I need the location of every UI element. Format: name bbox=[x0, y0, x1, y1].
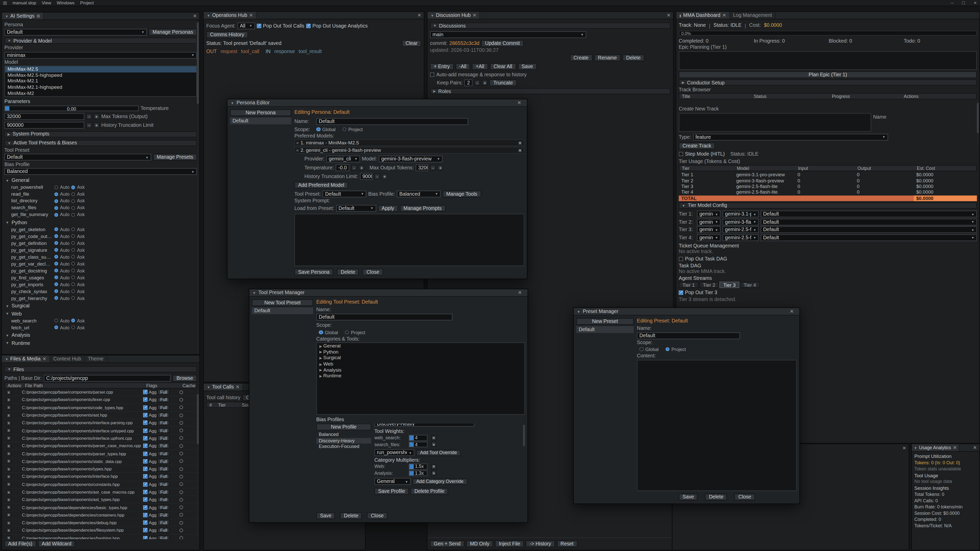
remove-file-button[interactable]: x bbox=[6, 451, 11, 456]
auto-add-checkbox[interactable] bbox=[430, 72, 434, 76]
step-mode-checkbox[interactable] bbox=[679, 151, 683, 156]
tier-model-select[interactable]: gemini-2.5-flash▼ bbox=[722, 234, 759, 241]
tool-ask-radio[interactable] bbox=[72, 235, 75, 238]
history-limit-input[interactable]: 900000 bbox=[4, 122, 84, 129]
keep-pairs-input[interactable]: 2 bbox=[465, 79, 473, 86]
preset-manager-titlebar[interactable]: ▼ Preset Manager ✕ bbox=[574, 308, 799, 315]
persona-editor-titlebar[interactable]: ▼ Persona Editor ✕ bbox=[228, 99, 527, 106]
category-item[interactable]: ▶Surgical bbox=[317, 355, 525, 361]
persona-editor-close-icon[interactable]: ✕ bbox=[517, 100, 521, 105]
agg-checkbox[interactable] bbox=[143, 398, 148, 402]
tab-log-management[interactable]: Log Management bbox=[730, 12, 776, 19]
minus-icon[interactable]: - bbox=[374, 173, 380, 179]
full-button[interactable]: Full bbox=[158, 528, 169, 533]
preset-name-input[interactable]: Default bbox=[637, 332, 740, 339]
epic-planning-input[interactable] bbox=[679, 51, 977, 70]
model-option[interactable]: MiniMax-M2 bbox=[5, 90, 196, 96]
remove-file-button[interactable]: x bbox=[6, 466, 11, 472]
plus-icon[interactable]: + bbox=[382, 173, 387, 179]
full-button[interactable]: Full bbox=[158, 397, 169, 403]
discussion-action-button[interactable]: Gen + Send bbox=[430, 540, 465, 547]
remove-file-button[interactable]: x bbox=[6, 474, 11, 479]
tier-preset-select[interactable]: Default▼ bbox=[760, 219, 977, 225]
save-persona-button[interactable]: Save Persona bbox=[294, 268, 333, 275]
agg-checkbox[interactable] bbox=[143, 405, 148, 410]
tool-auto-radio[interactable] bbox=[54, 326, 58, 330]
scrollbar[interactable] bbox=[197, 21, 199, 354]
bias-profile-item[interactable]: Balanced bbox=[316, 432, 371, 437]
discussion-action-button[interactable]: -> History bbox=[526, 540, 555, 547]
discussion-action-button[interactable]: MD Only bbox=[466, 540, 493, 547]
entry-button[interactable]: + Entry bbox=[430, 63, 453, 70]
model-option[interactable]: MiniMax-M2.5 bbox=[5, 66, 196, 72]
tp-scope-global-radio[interactable] bbox=[319, 330, 323, 334]
override-tool-select[interactable]: run_powershell▼ bbox=[374, 449, 414, 456]
close-preset-manager-button[interactable]: Close bbox=[735, 493, 755, 500]
browse-button[interactable]: Browse bbox=[173, 375, 197, 381]
stream-tab[interactable]: Tier 3 bbox=[719, 282, 739, 288]
runtime-section-toggle[interactable]: ▼Runtime bbox=[6, 341, 197, 346]
remove-file-button[interactable]: x bbox=[6, 482, 11, 487]
manage-tools-button[interactable]: Manage Tools bbox=[442, 190, 481, 197]
tab-mma-dashboard[interactable]: ▮ MMA Dashboard ✕ bbox=[676, 12, 730, 19]
tool-ask-radio[interactable] bbox=[72, 186, 75, 189]
save-profile-button[interactable]: Save Profile bbox=[374, 488, 409, 495]
remove-file-button[interactable]: x bbox=[6, 459, 11, 464]
update-commit-button[interactable]: Update Commit bbox=[481, 40, 523, 47]
weight-input[interactable]: 4 bbox=[409, 441, 428, 447]
remove-file-button[interactable]: x bbox=[6, 489, 11, 495]
delete-tool-preset-button[interactable]: Delete bbox=[340, 512, 362, 519]
close-persona-editor-button[interactable]: Close bbox=[363, 268, 383, 275]
minus-icon[interactable]: - bbox=[430, 165, 436, 170]
minus-icon[interactable]: - bbox=[86, 123, 92, 128]
agg-checkbox[interactable] bbox=[143, 451, 148, 456]
tool-auto-radio[interactable] bbox=[54, 319, 58, 323]
tool-ask-radio[interactable] bbox=[72, 192, 75, 196]
full-button[interactable]: Full bbox=[158, 451, 169, 456]
full-button[interactable]: Full bbox=[158, 443, 169, 448]
tool-auto-radio[interactable] bbox=[54, 289, 58, 293]
pop-out-dag-checkbox[interactable] bbox=[679, 257, 683, 262]
tool-preset-list-item[interactable]: Default bbox=[252, 307, 313, 314]
scrollbar[interactable] bbox=[523, 424, 525, 510]
remove-file-button[interactable]: x bbox=[6, 389, 11, 395]
plus-icon[interactable]: + bbox=[482, 79, 488, 85]
full-button[interactable]: Full bbox=[158, 413, 169, 418]
remove-file-button[interactable]: x bbox=[6, 513, 11, 518]
menu-item[interactable]: Windows bbox=[57, 0, 75, 5]
agg-checkbox[interactable] bbox=[143, 520, 148, 525]
agg-checkbox[interactable] bbox=[143, 490, 148, 494]
tool-auto-radio[interactable] bbox=[54, 276, 58, 279]
tool-ask-radio[interactable] bbox=[72, 276, 75, 279]
base-dir-input[interactable]: C:/projects/gencpp bbox=[44, 375, 171, 381]
tab-theme[interactable]: Theme bbox=[85, 355, 107, 362]
delete-persona-button[interactable]: Delete bbox=[337, 268, 359, 275]
agg-checkbox[interactable] bbox=[143, 536, 148, 539]
scrollbar[interactable] bbox=[197, 388, 199, 538]
weight-input[interactable]: 4 bbox=[409, 435, 428, 441]
agg-checkbox[interactable] bbox=[143, 459, 148, 464]
scrollbar[interactable] bbox=[977, 100, 979, 144]
tool-ask-radio[interactable] bbox=[72, 199, 75, 203]
remove-file-button[interactable]: x bbox=[6, 428, 11, 433]
general-section-toggle[interactable]: ▼General bbox=[6, 178, 197, 183]
roles-section-header[interactable]: ▶Roles bbox=[430, 88, 671, 94]
delete-preset-button[interactable]: Delete bbox=[705, 493, 727, 500]
menu-item[interactable]: View bbox=[41, 0, 51, 5]
tool-auto-radio[interactable] bbox=[54, 283, 58, 286]
temperature-slider[interactable]: 0.00 bbox=[4, 106, 139, 111]
remove-file-button[interactable]: x bbox=[6, 413, 11, 418]
remove-file-button[interactable]: x bbox=[6, 436, 11, 441]
remove-file-button[interactable]: x bbox=[6, 405, 11, 410]
pe-temperature-input[interactable]: -0.0 bbox=[336, 164, 349, 171]
pe-history-input[interactable]: 900000 bbox=[360, 173, 372, 179]
files-section-header[interactable]: ▼Files bbox=[4, 366, 197, 372]
plus-icon[interactable]: + bbox=[438, 165, 443, 170]
new-profile-button[interactable]: New Profile bbox=[316, 424, 371, 430]
full-button[interactable]: Full bbox=[158, 420, 169, 426]
tool-ask-radio[interactable] bbox=[72, 289, 75, 293]
web-section-toggle[interactable]: ▼Web bbox=[6, 311, 197, 317]
system-prompt-textarea[interactable] bbox=[294, 214, 524, 266]
discussion-manage-button[interactable]: Create bbox=[570, 54, 592, 61]
profile-name-input[interactable]: Discovery-Heavy bbox=[374, 424, 474, 427]
